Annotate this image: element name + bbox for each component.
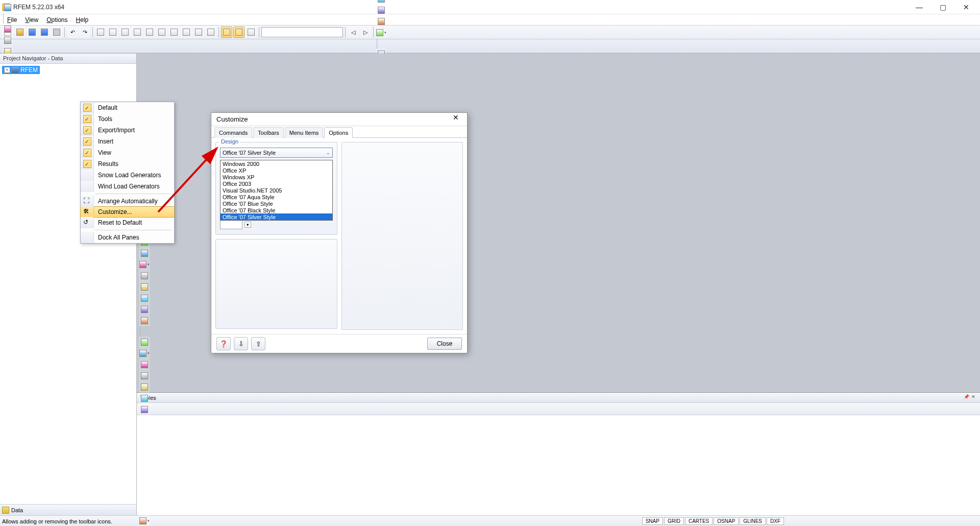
maximize-button[interactable]: ▢: [931, 0, 954, 14]
menu-view[interactable]: View: [21, 15, 42, 25]
style-option[interactable]: Office '07 Aqua Style: [220, 194, 332, 200]
dialog-close-icon[interactable]: ✕: [450, 113, 462, 126]
dialog-titlebar[interactable]: Customize ✕: [211, 113, 467, 126]
save-icon[interactable]: [27, 27, 38, 38]
dialog-body: Design Office '07 Silver Style ⌄ Windows…: [211, 138, 467, 334]
titlebar: RFEM 5.22.03 x64 — ▢ ✕: [0, 0, 980, 14]
tab-menu-items[interactable]: Menu Items: [285, 127, 323, 138]
style-option[interactable]: Office '07 Blue Style: [220, 200, 332, 207]
save-all-icon[interactable]: [39, 27, 50, 38]
tab-commands[interactable]: Commands: [214, 127, 252, 138]
tool-f-icon[interactable]: [156, 27, 167, 38]
tool-h-icon[interactable]: [181, 27, 192, 38]
group-empty-left: [215, 239, 337, 329]
toolbar-button[interactable]: [376, 27, 387, 38]
undo-icon[interactable]: ↶: [67, 27, 78, 38]
style-combo[interactable]: Office '07 Silver Style ⌄: [220, 148, 333, 158]
tool-j-icon[interactable]: [205, 27, 216, 38]
tab-toolbars[interactable]: Toolbars: [253, 127, 284, 138]
status-cartes[interactable]: CARTES: [685, 517, 713, 525]
open-icon[interactable]: [14, 27, 26, 38]
style-dropdown[interactable]: Windows 2000Office XPWindows XPOffice 20…: [220, 160, 333, 221]
ctx-dock[interactable]: Dock All Panes: [81, 232, 174, 243]
tool-c-icon[interactable]: [119, 27, 131, 38]
nav-next-icon[interactable]: ▷: [360, 27, 371, 38]
close-button-dialog[interactable]: Close: [427, 338, 462, 350]
toolbar-button[interactable]: [376, 16, 387, 27]
export-button[interactable]: ⇧: [251, 337, 265, 350]
tool-misc-icon[interactable]: [246, 27, 257, 38]
data-tab-label[interactable]: Data: [11, 507, 23, 513]
dialog-title: Customize: [216, 115, 248, 123]
expand-icon[interactable]: +: [4, 67, 10, 73]
status-dxf[interactable]: DXF: [767, 517, 784, 525]
ctx-customize[interactable]: 🛠Customize...: [80, 206, 175, 218]
redo-icon[interactable]: ↷: [79, 27, 90, 38]
panel-tables-icon[interactable]: [233, 27, 244, 38]
close-button[interactable]: ✕: [954, 0, 978, 14]
tool-d-icon[interactable]: [132, 27, 143, 38]
toolbar-button[interactable]: [139, 404, 150, 415]
ctx-reset[interactable]: ↺Reset to Default: [81, 217, 174, 228]
status-message: Allows adding or removing the toolbar ic…: [2, 518, 641, 524]
ctx-arrange[interactable]: ⛶Arrange Automatically: [81, 196, 174, 207]
tool-a-icon[interactable]: [95, 27, 106, 38]
toolbar-button[interactable]: [2, 35, 13, 46]
style-option[interactable]: Office XP: [220, 167, 332, 174]
style-option[interactable]: Windows XP: [220, 174, 332, 180]
group-empty-right: [341, 142, 463, 330]
status-osnap[interactable]: OSNAP: [714, 517, 739, 525]
status-glines[interactable]: GLINES: [740, 517, 766, 525]
chevron-down-icon: ⌄: [326, 150, 330, 155]
style-option[interactable]: Windows 2000: [220, 160, 332, 167]
tool-i-icon[interactable]: [193, 27, 204, 38]
navigator-tabs: Data: [0, 504, 136, 515]
numeric-field[interactable]: [220, 220, 242, 229]
panel-navigator-icon[interactable]: [221, 27, 232, 38]
style-option[interactable]: Visual Studio.NET 2005: [220, 187, 332, 194]
ctx-tools[interactable]: ✓Tools: [81, 113, 174, 125]
style-option[interactable]: Office '07 Black Style: [220, 207, 332, 213]
help-button[interactable]: ❓: [216, 337, 231, 350]
tool-b-icon[interactable]: [107, 27, 118, 38]
ctx-wind[interactable]: Wind Load Generators: [81, 181, 174, 192]
tables-header: Tables 📌 ✕: [137, 393, 980, 403]
group-design: Design Office '07 Silver Style ⌄ Windows…: [215, 142, 337, 235]
ctx-default[interactable]: ✓Default: [81, 102, 174, 113]
print-icon[interactable]: [51, 27, 62, 38]
data-tab-icon[interactable]: [2, 507, 9, 514]
tables-close-icon[interactable]: ✕: [970, 394, 977, 401]
style-option[interactable]: Office '07 Silver Style: [220, 213, 332, 220]
toolbar-button[interactable]: [2, 2, 13, 13]
load-combo[interactable]: [261, 27, 343, 37]
import-button[interactable]: ⇩: [234, 337, 248, 350]
ctx-export[interactable]: ✓Export/Import: [81, 125, 174, 136]
toolbar-button[interactable]: [139, 393, 150, 404]
tool-e-icon[interactable]: [144, 27, 155, 38]
toolbar-button[interactable]: [376, 0, 387, 5]
toolbar-button[interactable]: [139, 515, 150, 527]
ctx-insert[interactable]: ✓Insert: [81, 136, 174, 147]
ctx-results[interactable]: ✓Results: [81, 158, 174, 170]
arrange-icon: ⛶: [83, 197, 91, 205]
group-design-title: Design: [219, 138, 240, 145]
nav-prev-icon[interactable]: ◁: [348, 27, 359, 38]
tab-options[interactable]: Options: [324, 127, 353, 138]
ctx-view[interactable]: ✓View: [81, 147, 174, 158]
menu-options[interactable]: Options: [42, 15, 71, 25]
menu-help[interactable]: Help: [72, 15, 93, 25]
spinner-icon[interactable]: ▾: [244, 222, 251, 228]
status-grid[interactable]: GRID: [664, 517, 684, 525]
tables-pin-icon[interactable]: 📌: [963, 394, 970, 401]
toolbar-button[interactable]: [376, 5, 387, 16]
status-snap[interactable]: SNAP: [642, 517, 663, 525]
tables-toolbar: [137, 403, 980, 415]
tool-g-icon[interactable]: [168, 27, 180, 38]
toolbar-button[interactable]: [2, 23, 13, 35]
tree-root[interactable]: + RFEM: [2, 66, 40, 74]
ctx-snow[interactable]: Snow Load Generators: [81, 170, 174, 181]
style-option[interactable]: Office 2003: [220, 180, 332, 187]
minimize-button[interactable]: —: [908, 0, 931, 14]
navigator-title: Project Navigator - Data: [0, 54, 136, 64]
tables-body[interactable]: [137, 415, 980, 515]
